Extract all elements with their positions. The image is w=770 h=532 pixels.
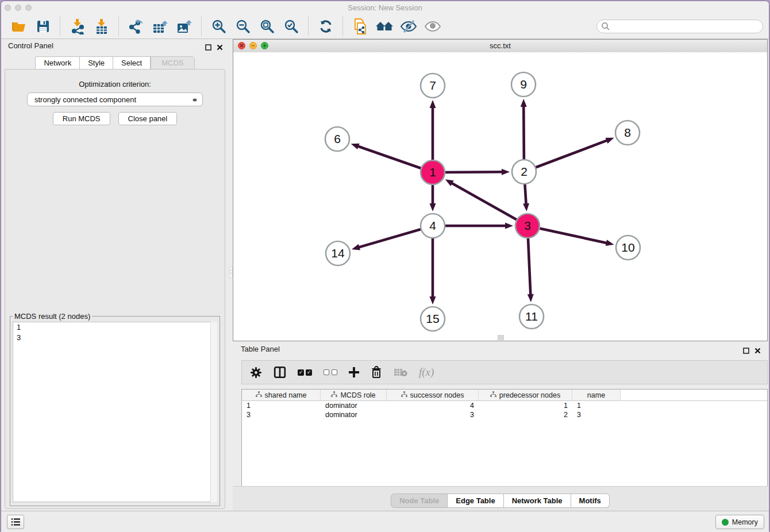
network-window-title: scc.txt xyxy=(233,41,767,50)
graph-node-6[interactable]: 6 xyxy=(325,127,349,151)
import-table-button[interactable] xyxy=(92,17,111,36)
duplicate-network-icon xyxy=(353,18,368,34)
criterion-select[interactable]: strongly connected component xyxy=(27,92,203,106)
network-view-window: ✕ − + scc.txt 7968124314101511 xyxy=(233,39,768,341)
table-cell[interactable]: 1 xyxy=(572,401,621,410)
graph-node-9[interactable]: 9 xyxy=(511,72,536,97)
float-panel-icon[interactable] xyxy=(205,43,211,53)
graph-node-11[interactable]: 11 xyxy=(519,304,544,329)
table-cell[interactable]: dominator xyxy=(321,401,387,410)
column-label: shared name xyxy=(265,391,307,399)
tab-mcds[interactable]: MCDS xyxy=(151,56,194,70)
refresh-view-button[interactable] xyxy=(316,17,336,36)
panel-splitter-handle[interactable] xyxy=(229,267,233,278)
save-session-button[interactable] xyxy=(33,17,53,36)
column-header-predecessor-nodes[interactable]: predecessor nodes xyxy=(479,390,572,400)
table-cell[interactable]: 2 xyxy=(479,410,572,419)
zoom-in-button[interactable] xyxy=(209,17,229,36)
column-header-shared-name[interactable]: shared name xyxy=(242,390,321,400)
deselect-all-button[interactable] xyxy=(324,369,337,375)
delete-column-button[interactable] xyxy=(371,366,382,379)
select-stepper-icon xyxy=(192,95,198,105)
graph-node-label: 6 xyxy=(334,132,341,145)
open-session-button[interactable] xyxy=(9,17,29,36)
run-mcds-button[interactable]: Run MCDS xyxy=(53,112,110,125)
add-column-button[interactable] xyxy=(349,367,359,377)
edge-arrowhead-icon xyxy=(445,179,454,186)
column-label: successor nodes xyxy=(410,391,464,399)
function-builder-button[interactable]: f(x) xyxy=(419,366,434,379)
table-cell[interactable]: 3 xyxy=(572,410,621,419)
graph-node-8[interactable]: 8 xyxy=(615,121,640,145)
tab-motifs[interactable]: Motifs xyxy=(571,494,610,508)
export-table-button[interactable] xyxy=(151,17,170,36)
table-cell[interactable]: 4 xyxy=(387,401,479,410)
memory-button[interactable]: Memory xyxy=(715,515,764,529)
show-eye-button[interactable] xyxy=(423,17,442,36)
close-panel-icon[interactable] xyxy=(217,43,223,53)
tab-edge-table[interactable]: Edge Table xyxy=(448,494,503,508)
table-cell[interactable]: 1 xyxy=(479,401,572,410)
tab-network[interactable]: Network xyxy=(35,56,79,70)
graph-node-1[interactable]: 1 xyxy=(421,160,445,184)
column-header-name[interactable]: name xyxy=(572,390,621,400)
zoom-fit-button[interactable] xyxy=(257,17,277,36)
table-cell[interactable]: dominator xyxy=(321,410,387,419)
table-cell[interactable]: 1 xyxy=(242,401,321,410)
control-panel-title: Control Panel xyxy=(8,41,53,50)
graph-node-14[interactable]: 14 xyxy=(326,241,350,265)
duplicate-network-button[interactable] xyxy=(351,17,370,36)
canvas-scroll-thumb[interactable] xyxy=(498,335,504,340)
graph-node-3[interactable]: 3 xyxy=(515,214,540,238)
close-table-panel-icon[interactable] xyxy=(754,346,761,356)
search-icon xyxy=(601,22,610,33)
import-network-icon xyxy=(70,18,85,34)
tab-node-table[interactable]: Node Table xyxy=(391,494,448,508)
delete-table-icon xyxy=(394,368,407,377)
float-table-panel-icon[interactable] xyxy=(743,346,749,356)
task-history-button[interactable] xyxy=(7,515,24,529)
column-header-MCDS-role[interactable]: MCDS role xyxy=(321,390,387,400)
window-title: Session: New Session xyxy=(1,3,769,12)
table-settings-button[interactable] xyxy=(250,367,262,379)
table-row[interactable]: 3dominator323 xyxy=(242,410,767,419)
search-input[interactable] xyxy=(596,20,763,33)
graph-node-15[interactable]: 15 xyxy=(421,307,445,331)
network-canvas[interactable]: 7968124314101511 xyxy=(233,52,767,341)
graph-node-7[interactable]: 7 xyxy=(421,74,445,98)
network-window-titlebar[interactable]: ✕ − + scc.txt xyxy=(233,40,767,53)
table-cell[interactable]: 3 xyxy=(242,410,321,419)
hide-eye-button[interactable] xyxy=(399,17,418,36)
column-sort-icon xyxy=(256,391,262,399)
export-image-button[interactable] xyxy=(175,17,194,36)
graph-edge-2-8[interactable] xyxy=(524,140,607,172)
graph-node-label: 2 xyxy=(521,165,528,178)
zoom-out-icon xyxy=(236,19,251,34)
graph-node-4[interactable]: 4 xyxy=(421,214,445,238)
tab-network-table[interactable]: Network Table xyxy=(504,494,571,508)
column-label: MCDS role xyxy=(340,391,375,399)
zoom-out-button[interactable] xyxy=(233,17,253,36)
column-header-successor-nodes[interactable]: successor nodes xyxy=(387,390,479,400)
close-panel-button[interactable]: Close panel xyxy=(118,112,178,125)
table-row[interactable]: 1dominator411 xyxy=(242,401,767,410)
delete-table-button[interactable] xyxy=(394,368,407,377)
show-column-button[interactable] xyxy=(274,366,286,379)
graph-node-10[interactable]: 10 xyxy=(616,236,640,260)
graph-node-2[interactable]: 2 xyxy=(512,160,536,184)
trash-icon xyxy=(371,366,382,379)
tab-select[interactable]: Select xyxy=(113,56,151,70)
mcds-result-list[interactable]: 13 xyxy=(13,322,217,502)
graph-node-label: 11 xyxy=(525,310,538,323)
result-scrollbar[interactable] xyxy=(210,322,217,502)
graph-edge-3-1[interactable] xyxy=(452,183,528,226)
home-neighbors-button[interactable] xyxy=(375,17,394,36)
export-network-button[interactable] xyxy=(126,17,146,36)
tab-style[interactable]: Style xyxy=(79,56,113,70)
table-cell[interactable]: 3 xyxy=(387,410,479,419)
import-network-button[interactable] xyxy=(68,17,87,36)
open-folder-icon xyxy=(11,20,26,33)
zoom-selected-button[interactable] xyxy=(282,17,301,36)
select-all-button[interactable]: ✓✓ xyxy=(298,369,312,376)
refresh-icon xyxy=(318,19,333,34)
